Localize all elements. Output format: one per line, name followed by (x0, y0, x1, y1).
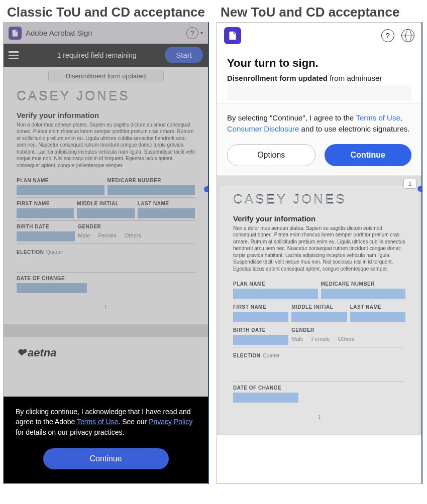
input-last-name[interactable] (350, 312, 405, 322)
label-gender: GENDER (291, 327, 405, 333)
casey-logo: CASEY JONES (17, 88, 195, 104)
your-turn-title: Your turn to sign. (227, 57, 411, 70)
election-value: Quarter (46, 249, 63, 255)
privacy-policy-link[interactable]: Privacy Policy (149, 418, 192, 426)
lorem-text: Non a dolor mus aenean platea. Sapien eu… (233, 225, 405, 273)
chevron-down-icon[interactable]: ▾ (200, 30, 203, 36)
classic-topbar: Adobe Acrobat Sign ? ▾ (4, 23, 208, 44)
gender-others[interactable]: Others (338, 336, 355, 342)
terms-of-use-link[interactable]: Terms of Use (77, 418, 118, 426)
aetna-logo: aetna (4, 337, 208, 368)
classic-consent-footer: By clicking continue, I acknowledge that… (4, 397, 208, 483)
label-date-of-change: DATE OF CHANGE (233, 385, 298, 391)
new-heading: New ToU and CD acceptance (214, 0, 427, 22)
verify-heading: Verify your information (233, 214, 405, 223)
page-indicator: 1 (403, 179, 416, 189)
label-first-name: FIRST NAME (17, 201, 74, 206)
input-date-of-change[interactable] (233, 393, 298, 403)
divider (4, 324, 208, 337)
new-topbar: ? (217, 23, 421, 49)
terms-of-use-link[interactable]: Terms of Use (356, 113, 400, 122)
app-name: Adobe Acrobat Sign (26, 29, 92, 37)
label-medicare: MEDICARE NUMBER (321, 281, 406, 287)
fields-remaining: 1 required field remaining (29, 51, 165, 59)
doc-title-chip: Disenrollment form updated (48, 70, 164, 82)
input-medicare[interactable] (108, 185, 195, 195)
label-first-name: FIRST NAME (233, 304, 288, 310)
page-number: 1 (233, 414, 405, 420)
input-first-name[interactable] (17, 208, 74, 218)
election-value: Quarter (263, 353, 280, 358)
doc-name: Disenrollment form updated (227, 74, 328, 82)
from-user: adminuser (347, 74, 382, 82)
label-birth-date: BIRTH DATE (233, 327, 288, 333)
input-birth-date[interactable] (17, 231, 75, 241)
consumer-disclosure-link[interactable]: Consumer Disclosure (227, 124, 299, 133)
globe-icon[interactable] (401, 29, 414, 42)
options-button[interactable]: Options (227, 144, 315, 166)
input-last-name[interactable] (138, 208, 195, 218)
gender-female[interactable]: Female (98, 232, 117, 238)
input-plan-name[interactable] (233, 289, 318, 299)
help-icon[interactable]: ? (186, 27, 198, 39)
side-dot (204, 186, 209, 192)
input-plan-name[interactable] (17, 185, 104, 195)
gender-male[interactable]: Male (78, 232, 90, 238)
redacted-email (227, 85, 411, 100)
label-plan-name: PLAN NAME (233, 281, 318, 287)
label-date-of-change: DATE OF CHANGE (17, 276, 87, 281)
adobe-sign-logo-icon (9, 27, 22, 40)
input-middle-initial[interactable] (291, 312, 347, 322)
input-middle-initial[interactable] (77, 208, 134, 218)
lorem-text: Non a dolor mus aenean platea. Sapien eu… (17, 121, 195, 169)
label-birth-date: BIRTH DATE (17, 224, 75, 229)
help-icon[interactable]: ? (381, 29, 394, 42)
classic-heading: Classic ToU and CD acceptance (0, 0, 214, 22)
label-middle-initial: MIDDLE INITIAL (291, 304, 347, 310)
document-area: CASEY JONES Verify your information Non … (4, 82, 208, 325)
casey-logo: CASEY JONES (233, 192, 405, 207)
label-last-name: LAST NAME (350, 304, 405, 310)
menu-icon[interactable] (9, 51, 19, 59)
label-last-name: LAST NAME (138, 201, 195, 206)
label-middle-initial: MIDDLE INITIAL (77, 201, 134, 206)
page-number: 1 (17, 304, 195, 310)
start-button[interactable]: Start (165, 47, 203, 63)
input-date-of-change[interactable] (17, 283, 87, 293)
document-scroll-area: 1 CASEY JONES Verify your information No… (217, 176, 421, 435)
label-election: ELECTION (17, 249, 44, 255)
new-phone: ? Your turn to sign. Disenrollment form … (217, 22, 422, 484)
label-election: ELECTION (233, 353, 261, 358)
side-dot (417, 186, 422, 192)
input-first-name[interactable] (233, 312, 288, 322)
gender-others[interactable]: Others (125, 232, 141, 238)
label-medicare: MEDICARE NUMBER (108, 178, 195, 183)
adobe-sign-logo-icon (224, 27, 241, 44)
label-gender: GENDER (78, 224, 195, 229)
gender-female[interactable]: Female (311, 336, 330, 342)
turn-to-sign-card: Your turn to sign. Disenrollment form up… (217, 49, 421, 103)
classic-phone: Adobe Acrobat Sign ? ▾ 1 required field … (3, 22, 209, 484)
continue-button[interactable]: Continue (43, 448, 169, 469)
classic-subbar: 1 required field remaining Start (4, 44, 208, 67)
gender-male[interactable]: Male (291, 336, 303, 342)
input-birth-date[interactable] (233, 335, 288, 345)
continue-button[interactable]: Continue (325, 144, 412, 166)
verify-heading: Verify your information (17, 111, 195, 119)
new-consent-panel: By selecting "Continue", I agree to the … (217, 103, 421, 176)
input-medicare[interactable] (321, 289, 406, 299)
label-plan-name: PLAN NAME (17, 178, 104, 183)
